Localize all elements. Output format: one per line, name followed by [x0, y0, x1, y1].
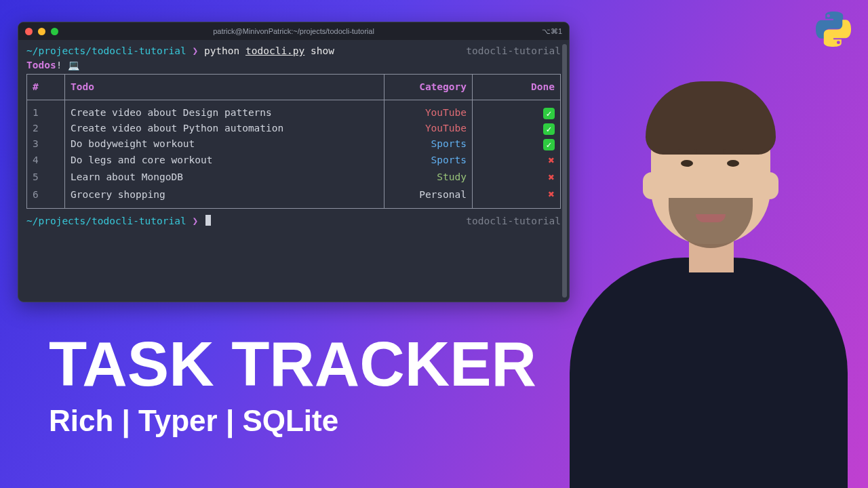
todos-label: Todos	[26, 60, 56, 70]
todos-bang: !	[56, 60, 62, 70]
cell-num: 1	[27, 100, 65, 121]
cell-category: Study	[384, 169, 473, 186]
prompt-separator: ❯	[192, 216, 198, 226]
command-prefix: python	[204, 45, 245, 56]
cell-num: 2	[27, 121, 65, 136]
table-row: 1Create video about Design patternsYouTu…	[27, 100, 561, 121]
presenter-photo	[542, 54, 868, 488]
command-text: python todocli.py show	[204, 45, 334, 56]
col-header-todo: Todo	[65, 75, 384, 100]
col-header-category: Category	[384, 75, 473, 100]
prompt-path: ~/projects/todocli-tutorial	[26, 45, 186, 56]
headline: TASK TRACKER Rich | Typer | SQLite	[49, 333, 536, 438]
prompt-separator: ❯	[192, 45, 198, 56]
cell-category: Sports	[384, 136, 473, 152]
col-header-num: #	[27, 75, 65, 100]
prompt-line-1: ~/projects/todocli-tutorial ❯ python tod…	[26, 44, 561, 58]
cell-todo: Learn about MongoDB	[65, 169, 384, 186]
cell-todo: Create video about Python automation	[65, 121, 384, 136]
cell-num: 3	[27, 136, 65, 152]
cell-todo: Grocery shopping	[65, 186, 384, 208]
cell-num: 4	[27, 152, 65, 169]
table-row: 3Do bodyweight workoutSports✓	[27, 136, 561, 152]
python-logo-icon	[815, 11, 852, 47]
window-title: patrick@MinivonPatrick:~/projects/todocl…	[18, 27, 569, 35]
output-header: Todos! 💻	[26, 58, 561, 73]
laptop-icon: 💻	[68, 60, 79, 70]
headline-title: TASK TRACKER	[49, 333, 536, 394]
cell-todo: Do legs and core workout	[65, 152, 384, 169]
cell-category: YouTube	[384, 121, 473, 136]
headline-subtitle: Rich | Typer | SQLite	[49, 404, 536, 438]
cell-category: YouTube	[384, 100, 473, 121]
terminal-body[interactable]: ~/projects/todocli-tutorial ❯ python tod…	[18, 40, 569, 302]
prompt-path: ~/projects/todocli-tutorial	[26, 216, 186, 226]
todos-table: # Todo Category Done 1Create video about…	[26, 74, 561, 209]
table-row: 4Do legs and core workoutSports✖	[27, 152, 561, 169]
table-row: 2Create video about Python automationYou…	[27, 121, 561, 136]
cell-todo: Create video about Design patterns	[65, 100, 384, 121]
command-args: show	[304, 45, 334, 56]
cursor	[205, 215, 211, 226]
table-row: 5Learn about MongoDBStudy✖	[27, 169, 561, 186]
command-filename: todocli.py	[245, 45, 304, 56]
cell-todo: Do bodyweight workout	[65, 136, 384, 152]
window-titlebar: patrick@MinivonPatrick:~/projects/todocl…	[18, 22, 569, 40]
cell-num: 5	[27, 169, 65, 186]
prompt-line-2: ~/projects/todocli-tutorial ❯ todocli-tu…	[26, 214, 561, 228]
table-header-row: # Todo Category Done	[27, 75, 561, 100]
cell-num: 6	[27, 186, 65, 208]
terminal-window: patrick@MinivonPatrick:~/projects/todocl…	[18, 22, 570, 302]
table-row: 6Grocery shoppingPersonal✖	[27, 186, 561, 208]
cell-category: Personal	[384, 186, 473, 208]
cell-category: Sports	[384, 152, 473, 169]
